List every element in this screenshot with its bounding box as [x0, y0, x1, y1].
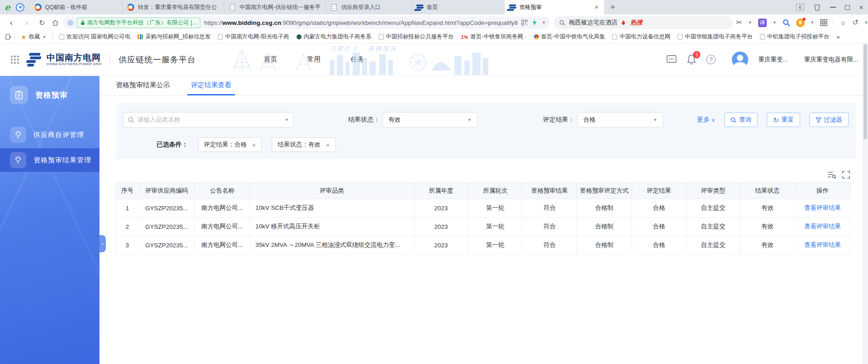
view-review-result-link[interactable]: 查看评审结果: [804, 223, 841, 230]
wallet-dropdown-icon[interactable]: ▼: [811, 20, 815, 25]
browser-tab[interactable]: 供应商登录入口: [326, 0, 412, 14]
status-select[interactable]: 有效▼: [382, 112, 477, 128]
skin-theme-icon[interactable]: [813, 4, 821, 11]
toolbar-divider: [833, 19, 834, 26]
bookmark-item[interactable]: 中铝集团电子招投标平台: [756, 33, 833, 41]
sidebar-item-资格预审[interactable]: 资格预审: [0, 84, 99, 106]
browser-tab[interactable]: 中国南方电网-供应链统一服务平: [224, 0, 326, 14]
reset-button[interactable]: ↻ 重置: [767, 113, 800, 127]
notification-count-badge: 5: [693, 51, 700, 58]
header-nav-首页[interactable]: 首页: [264, 55, 277, 64]
column-header: 评定结果: [632, 183, 686, 199]
url-text[interactable]: https://www.bidding.csg.cn:9090/gmp/stat…: [204, 19, 518, 26]
tab-count-badge[interactable]: 6: [796, 4, 804, 11]
new-tab-button[interactable]: +: [604, 2, 622, 12]
page-tab-评定结果查看[interactable]: 评定结果查看: [191, 81, 231, 95]
browser-search-box[interactable]: 梅西被迫宅在酒店 热搜: [554, 16, 732, 29]
bookmark-item[interactable]: 中国招标投标公共服务平台: [375, 33, 458, 41]
scrollbar-thumb[interactable]: [863, 44, 867, 139]
forward-button[interactable]: ›: [21, 18, 33, 28]
result-select[interactable]: 合格▼: [577, 112, 663, 128]
bookmark-item[interactable]: 首页-中国中铁电气化局集: [530, 33, 609, 41]
fullscreen-expand-icon[interactable]: [842, 171, 850, 179]
table-row: 2GYSZP20235...南方电网公司...10kV 移开式高压开关柜2023…: [116, 217, 851, 236]
more-filters-link[interactable]: 更多∨: [697, 116, 715, 124]
logo-title: 中国南方电网: [47, 53, 102, 63]
header-nav-任务[interactable]: 任务: [350, 55, 364, 64]
browser-scrollbar[interactable]: [863, 43, 868, 364]
view-review-result-link[interactable]: 查看评审结果: [804, 241, 841, 248]
app-launcher-icon[interactable]: [11, 59, 13, 61]
bookmark-item[interactable]: 中国南方电网-阳光电子商: [214, 33, 293, 41]
filter-button[interactable]: 过滤器: [809, 113, 849, 127]
notifications-bell-icon[interactable]: 5: [687, 54, 696, 65]
bookmark-item[interactable]: 内蒙古电力集团电子商务系: [293, 33, 375, 41]
wallet-icon[interactable]: ¥: [796, 19, 805, 27]
table-row: 3GYSZP20235...南方电网公司...35kV 2MVA ～20MVA …: [116, 236, 851, 255]
help-icon[interactable]: ?: [706, 55, 716, 64]
messages-icon[interactable]: [666, 55, 677, 64]
bookmark-item[interactable]: 欢迎访问 国家电网公司电: [56, 33, 134, 41]
flash-lightning-icon[interactable]: [532, 19, 537, 26]
table-cell: 符合: [523, 199, 577, 217]
table-settings-icon[interactable]: [827, 171, 836, 179]
view-review-result-link[interactable]: 查看评审结果: [804, 204, 841, 211]
table-cell: 合格制: [577, 199, 632, 217]
bookmark-item[interactable]: 中国电力设备信息网: [609, 33, 674, 41]
table-cell: 合格: [632, 217, 686, 236]
hot-badge[interactable]: 热搜: [630, 19, 642, 27]
bookmark-sidebar-icon[interactable]: [5, 34, 11, 40]
recently-closed-icon[interactable]: ↺: [852, 19, 858, 26]
hot-search-text[interactable]: 梅西被迫宅在酒店: [569, 19, 618, 27]
night-mode-sun-icon[interactable]: ☼: [840, 19, 846, 26]
screenshot-scissors-icon[interactable]: ✂: [736, 19, 742, 26]
bookmark-item[interactable]: »: [833, 34, 843, 40]
sidebar-collapse-handle[interactable]: ‹: [99, 235, 106, 252]
refresh-button[interactable]: ↻: [36, 19, 48, 27]
page-favicon: [331, 4, 337, 11]
user-avatar[interactable]: [732, 52, 748, 68]
page-tab-资格预审结果公示[interactable]: 资格预审结果公示: [116, 81, 170, 95]
chip-remove-icon[interactable]: ×: [326, 141, 330, 149]
qr-code-icon[interactable]: [521, 19, 528, 26]
bookmark-item[interactable]: 中国华能集团电子商务平台: [674, 33, 756, 41]
find-in-page-icon[interactable]: [783, 19, 790, 27]
translate-icon[interactable]: 译: [758, 19, 767, 27]
browser-tab[interactable]: 首页: [412, 0, 505, 14]
chevron-down-icon: ▼: [467, 118, 472, 122]
bookmark-item[interactable]: 1%首页-中铁鲁班商务网 ·: [458, 33, 530, 41]
sidebar-item-供应商自评管理[interactable]: 供应商自评管理: [0, 124, 99, 146]
restore-button[interactable]: [845, 5, 850, 10]
certificate-pill[interactable]: 南方电网数字平台科技（广东）有限公司 [...: [77, 18, 200, 28]
table-cell: GYSZP20235...: [139, 236, 195, 255]
url-field[interactable]: 南方电网数字平台科技（广东）有限公司 [... https://www.bidd…: [63, 16, 550, 29]
favorites-button[interactable]: ★收藏▼: [17, 33, 50, 41]
user-company-name[interactable]: 重庆重变电器有限...: [804, 56, 858, 64]
browser-tab[interactable]: 转发：重庆重变电器有限责任公: [123, 0, 224, 14]
url-dropdown-icon[interactable]: ▼: [542, 20, 546, 25]
bookmarks-divider: [14, 33, 14, 41]
category-search-input[interactable]: 请输入品类名称 ▼: [123, 112, 294, 128]
sidebar-item-资格预审结果管理[interactable]: 资格预审结果管理: [0, 148, 99, 172]
header-nav-常用[interactable]: 常用: [307, 55, 321, 64]
chip-remove-icon[interactable]: ×: [252, 141, 256, 149]
speed-mode-icon[interactable]: [16, 3, 24, 12]
home-button[interactable]: [52, 19, 59, 27]
browser-logo-icon[interactable]: e: [5, 3, 10, 12]
bookmark-item[interactable]: 采购与招标网_招标信息发: [134, 33, 214, 41]
apps-grid-icon[interactable]: [820, 19, 827, 26]
user-short-name[interactable]: 重庆重变...: [758, 56, 788, 64]
table-cell: 有效: [741, 217, 795, 236]
screenshot-dropdown-icon[interactable]: ▼: [748, 20, 752, 25]
browser-tab[interactable]: QQ邮箱 - 收件箱: [30, 0, 123, 14]
browser-tab[interactable]: 资格预审×: [505, 0, 604, 14]
back-button[interactable]: ‹: [5, 18, 17, 28]
bookmark-favicon-ball: [534, 34, 539, 39]
reader-mode-icon[interactable]: [67, 20, 73, 26]
history-dropdown-icon[interactable]: ▼: [864, 20, 868, 25]
query-button[interactable]: 查询: [724, 113, 758, 127]
close-window-button[interactable]: ×: [859, 4, 863, 11]
translate-dropdown-icon[interactable]: ▼: [773, 20, 777, 25]
minimize-button[interactable]: [830, 7, 836, 8]
close-tab-icon[interactable]: ×: [594, 4, 599, 11]
